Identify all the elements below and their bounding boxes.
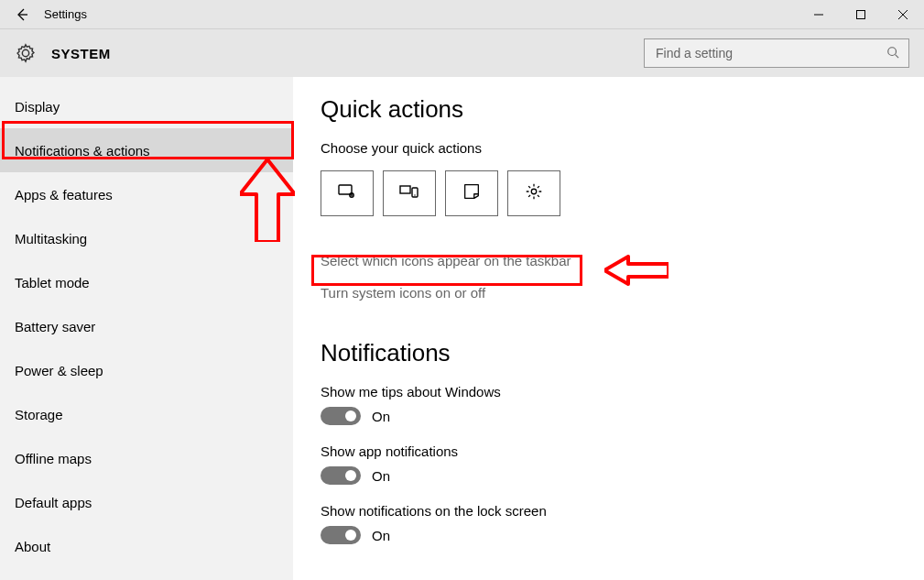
link-system-icons[interactable]: Turn system icons on or off [321, 285, 485, 301]
sidebar-item-label: Tablet mode [15, 275, 90, 290]
toggle-label: Show app notifications [321, 443, 924, 459]
toggle-switch-tips[interactable] [321, 407, 361, 425]
back-button[interactable] [7, 0, 37, 29]
sidebar-item-offline-maps[interactable]: Offline maps [0, 436, 293, 480]
quick-actions-row [321, 170, 924, 216]
svg-rect-6 [339, 185, 352, 194]
sidebar-item-label: Power & sleep [15, 363, 103, 378]
sidebar-item-notifications-actions[interactable]: Notifications & actions [0, 128, 293, 172]
svg-point-11 [531, 189, 537, 194]
sidebar-item-label: Multitasking [15, 231, 87, 246]
svg-point-10 [414, 194, 415, 195]
svg-rect-8 [400, 186, 410, 193]
sidebar-item-label: Default apps [15, 495, 92, 510]
search-input[interactable] [654, 45, 886, 61]
sidebar-item-label: Display [15, 99, 60, 115]
tablet-mode-icon [336, 181, 358, 206]
link-taskbar-icons[interactable]: Select which icons appear on the taskbar [321, 253, 571, 268]
toggle-switch-lockscreen[interactable] [321, 526, 361, 544]
search-box[interactable] [644, 38, 909, 68]
page-title: SYSTEM [51, 46, 111, 61]
minimize-button[interactable] [798, 0, 840, 29]
svg-rect-1 [857, 10, 865, 18]
quick-actions-heading: Quick actions [321, 95, 924, 124]
sidebar-item-label: About [15, 539, 50, 554]
sidebar-item-storage[interactable]: Storage [0, 392, 293, 436]
maximize-button[interactable] [840, 0, 882, 29]
titlebar: Settings [0, 0, 924, 29]
toggle-state: On [372, 409, 390, 424]
sidebar-item-apps-features[interactable]: Apps & features [0, 172, 293, 216]
quick-action-tablet-mode[interactable] [321, 170, 374, 216]
choose-quick-actions-label: Choose your quick actions [321, 140, 924, 156]
toggle-state: On [372, 528, 390, 543]
sidebar-item-label: Offline maps [15, 451, 92, 466]
sidebar-item-about[interactable]: About [0, 524, 293, 568]
close-button[interactable] [882, 0, 924, 29]
sidebar-item-label: Apps & features [15, 187, 113, 202]
toggle-app-notifications: Show app notifications On [321, 443, 924, 485]
gear-icon [15, 42, 37, 64]
sidebar-item-label: Notifications & actions [15, 143, 150, 159]
svg-point-4 [888, 47, 897, 55]
toggle-switch-app-notifications[interactable] [321, 466, 361, 485]
toggle-state: On [372, 468, 390, 484]
sidebar: Display Notifications & actions Apps & f… [0, 77, 293, 580]
toggle-label: Show me tips about Windows [321, 384, 924, 399]
toggle-tips: Show me tips about Windows On [321, 384, 924, 425]
settings-icon [524, 181, 544, 205]
toggle-lockscreen-notifications: Show notifications on the lock screen On [321, 503, 924, 544]
svg-line-5 [896, 54, 899, 58]
sidebar-item-label: Battery saver [15, 319, 95, 334]
toggle-label: Show notifications on the lock screen [321, 503, 924, 519]
sidebar-item-label: Storage [15, 407, 63, 422]
sidebar-item-multitasking[interactable]: Multitasking [0, 216, 293, 260]
header: SYSTEM [0, 29, 924, 77]
main-content: Quick actions Choose your quick actions … [293, 77, 924, 580]
sidebar-item-tablet-mode[interactable]: Tablet mode [0, 260, 293, 304]
sidebar-item-display[interactable]: Display [0, 84, 293, 128]
quick-action-connect[interactable] [383, 170, 436, 216]
connect-icon [398, 181, 420, 206]
quick-action-note[interactable] [445, 170, 498, 216]
sidebar-item-power-sleep[interactable]: Power & sleep [0, 348, 293, 392]
search-icon [886, 46, 899, 61]
quick-action-settings[interactable] [507, 170, 560, 216]
note-icon [462, 181, 482, 205]
sidebar-item-battery-saver[interactable]: Battery saver [0, 304, 293, 348]
window-title: Settings [44, 7, 87, 21]
sidebar-item-default-apps[interactable]: Default apps [0, 480, 293, 524]
notifications-heading: Notifications [321, 339, 924, 367]
